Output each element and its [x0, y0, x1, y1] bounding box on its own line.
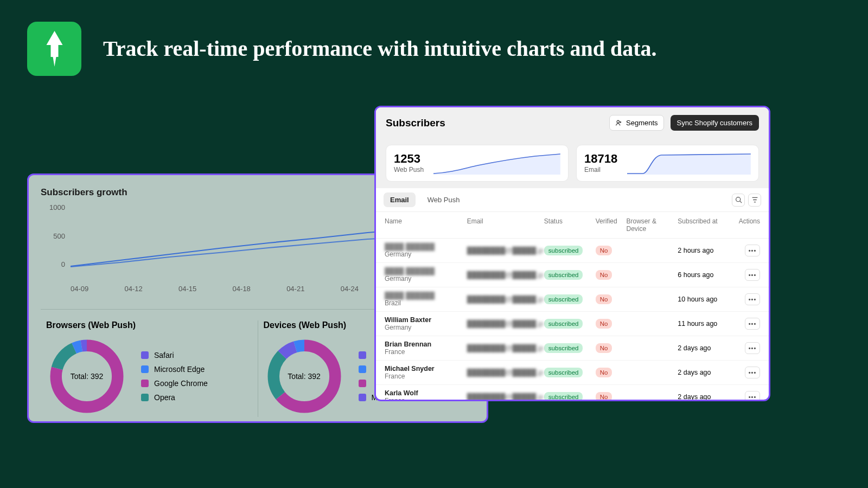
- browsers-donut: Total: 392: [46, 336, 127, 417]
- status-badge: subscribed: [544, 270, 583, 280]
- webpush-stat-card[interactable]: 1253 Web Push: [386, 145, 569, 182]
- tab-webpush[interactable]: Web Push: [421, 192, 467, 207]
- segments-button[interactable]: Segments: [609, 115, 664, 131]
- hero-headline: Track real-time performance with intuiti…: [103, 35, 657, 62]
- filter-icon[interactable]: [748, 194, 761, 207]
- subscribers-title: Subscribers: [386, 117, 445, 129]
- row-actions-button[interactable]: •••: [745, 245, 760, 256]
- legend-item: Safari: [141, 351, 208, 359]
- svg-point-14: [736, 197, 740, 202]
- devices-donut: Total: 392: [264, 336, 345, 417]
- legend-item: Opera: [141, 393, 208, 402]
- people-icon: [615, 119, 623, 127]
- legend-item: Google Chrome: [141, 379, 208, 388]
- email-sparkline: [627, 152, 751, 175]
- browsers-card: Browsers (Web Push) Total: 392 SafariMic…: [41, 320, 258, 417]
- sync-button[interactable]: Sync Shopify customers: [671, 115, 759, 131]
- verified-badge: No: [596, 246, 612, 255]
- table-row: William BaxterGermany ████████@█████.jp …: [376, 312, 769, 336]
- legend-item: Microsoft Edge: [141, 365, 208, 374]
- table-row: Michael SnyderFrance ████████@█████.jp s…: [376, 361, 769, 385]
- svg-point-13: [617, 120, 619, 123]
- table-row: ████ ██████Brazil ████████@█████.jp subs…: [376, 287, 769, 312]
- table-row: Brian BrennanFrance ████████@█████.jp su…: [376, 336, 769, 361]
- row-actions-button[interactable]: •••: [745, 318, 760, 330]
- row-actions-button[interactable]: •••: [745, 391, 760, 400]
- browsers-title: Browsers (Web Push): [46, 320, 252, 330]
- status-badge: subscribed: [544, 343, 583, 353]
- search-icon[interactable]: [732, 194, 745, 207]
- row-actions-button[interactable]: •••: [745, 293, 760, 305]
- xtick: 04-24: [341, 285, 359, 293]
- webpush-sparkline: [433, 152, 560, 175]
- status-badge: subscribed: [544, 319, 583, 329]
- status-badge: subscribed: [544, 246, 583, 255]
- subscribers-panel: Subscribers Segments Sync Shopify custom…: [374, 106, 770, 401]
- xtick: 04-18: [233, 285, 251, 293]
- table-row: ████ ██████Germany ████████@█████.jp sub…: [376, 263, 769, 287]
- verified-badge: No: [596, 392, 612, 400]
- xtick: 04-09: [71, 285, 88, 293]
- table-header: Name Email Status Verified Browser & Dev…: [376, 212, 769, 239]
- status-badge: subscribed: [544, 368, 583, 377]
- webpush-count: 1253: [394, 153, 424, 165]
- email-count: 18718: [584, 153, 617, 165]
- table-row: ████ ██████Germany ████████@█████.jp sub…: [376, 239, 769, 263]
- xtick: 04-12: [125, 285, 143, 293]
- app-logo: [27, 22, 81, 76]
- row-actions-button[interactable]: •••: [745, 342, 760, 354]
- ytick: 500: [41, 232, 65, 240]
- row-actions-button[interactable]: •••: [745, 269, 760, 281]
- xtick: 04-15: [178, 285, 196, 293]
- ytick: 0: [41, 260, 65, 268]
- email-stat-card[interactable]: 18718 Email: [576, 145, 759, 182]
- status-badge: subscribed: [544, 294, 583, 304]
- verified-badge: No: [596, 343, 612, 353]
- tab-email[interactable]: Email: [384, 192, 416, 207]
- table-row: Karla WolfFrance ████████@█████.jp subsc…: [376, 385, 769, 400]
- verified-badge: No: [596, 270, 612, 280]
- row-actions-button[interactable]: •••: [745, 367, 760, 378]
- status-badge: subscribed: [544, 392, 583, 400]
- verified-badge: No: [596, 319, 612, 329]
- xtick: 04-21: [286, 285, 304, 293]
- verified-badge: No: [596, 368, 612, 377]
- ytick: 1000: [41, 203, 65, 211]
- verified-badge: No: [596, 294, 612, 304]
